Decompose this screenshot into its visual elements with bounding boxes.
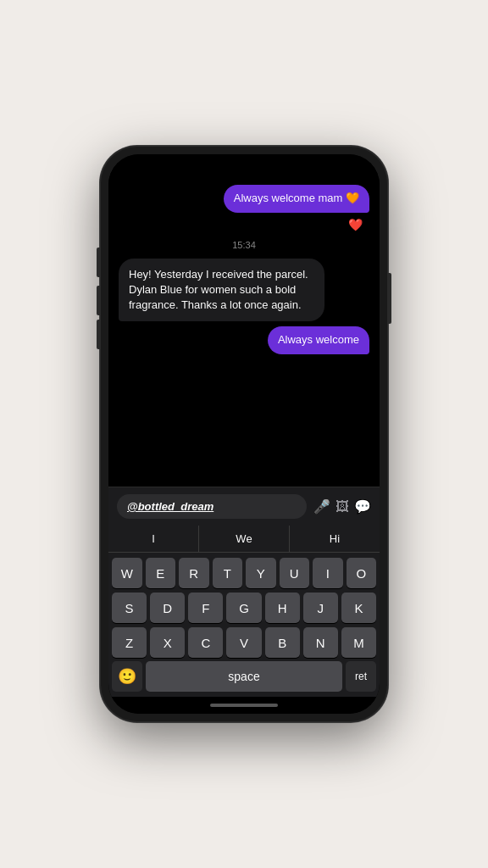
phone-screen: Always welcome mam 🧡 ❤️ 15:34 Hey! Yeste…: [108, 154, 380, 714]
phone-frame: Always welcome mam 🧡 ❤️ 15:34 Hey! Yeste…: [100, 146, 388, 722]
key-y[interactable]: Y: [246, 558, 276, 588]
input-icons: 🎤 🖼 💬: [313, 498, 371, 515]
suggestions-row: I We Hi: [108, 526, 380, 553]
notch: [202, 154, 286, 171]
mention-text: @bottled_dream: [127, 500, 214, 513]
message-reaction: ❤️: [348, 218, 363, 231]
keyboard: I We Hi W E R T Y U I O S: [108, 526, 380, 697]
key-row-1: W E R T Y U I O: [112, 558, 376, 588]
key-t[interactable]: T: [213, 558, 243, 588]
key-i[interactable]: I: [313, 558, 343, 588]
key-v[interactable]: V: [226, 627, 261, 658]
key-d[interactable]: D: [150, 593, 185, 623]
input-area: @bottled_dream 🎤 🖼 💬: [108, 487, 380, 526]
key-h[interactable]: H: [265, 593, 300, 623]
status-bar: [108, 154, 380, 178]
microphone-icon[interactable]: 🎤: [313, 498, 330, 515]
key-r[interactable]: R: [179, 558, 209, 588]
key-s[interactable]: S: [112, 593, 147, 623]
key-x[interactable]: X: [150, 627, 185, 658]
key-row-3: Z X C V B N M: [112, 627, 376, 658]
image-icon[interactable]: 🖼: [336, 499, 349, 515]
key-n[interactable]: N: [303, 627, 338, 658]
chat-area: Always welcome mam 🧡 ❤️ 15:34 Hey! Yeste…: [108, 178, 380, 487]
suggestion-right[interactable]: Hi: [290, 526, 380, 552]
suggestion-left[interactable]: I: [108, 526, 199, 552]
key-m[interactable]: M: [341, 627, 376, 658]
key-o[interactable]: O: [347, 558, 377, 588]
received-message: Hey! Yesterday I received the parcel. Dy…: [119, 259, 324, 322]
emoji-key[interactable]: 🙂: [112, 661, 142, 692]
space-key[interactable]: space: [146, 661, 342, 692]
key-z[interactable]: Z: [112, 627, 147, 658]
key-g[interactable]: G: [226, 593, 261, 623]
bottom-row: 🙂 space ret: [108, 661, 380, 697]
message-input[interactable]: @bottled_dream: [117, 494, 307, 519]
suggestion-center[interactable]: We: [199, 526, 290, 552]
sent-message-2: Always welcome: [268, 326, 369, 354]
key-k[interactable]: K: [341, 593, 376, 623]
home-indicator: [108, 697, 380, 714]
return-key[interactable]: ret: [346, 661, 376, 692]
timestamp: 15:34: [119, 240, 369, 250]
sent-message-1: Always welcome mam 🧡: [224, 185, 369, 213]
keys-area: W E R T Y U I O S D F G H J K: [108, 553, 380, 661]
key-u[interactable]: U: [280, 558, 310, 588]
key-e[interactable]: E: [146, 558, 176, 588]
home-bar: [210, 704, 278, 707]
key-f[interactable]: F: [188, 593, 223, 623]
key-j[interactable]: J: [303, 593, 338, 623]
apps-icon[interactable]: 💬: [354, 498, 371, 515]
key-row-2: S D F G H J K: [112, 593, 376, 623]
key-w[interactable]: W: [112, 558, 142, 588]
key-b[interactable]: B: [265, 627, 300, 658]
key-c[interactable]: C: [188, 627, 223, 658]
